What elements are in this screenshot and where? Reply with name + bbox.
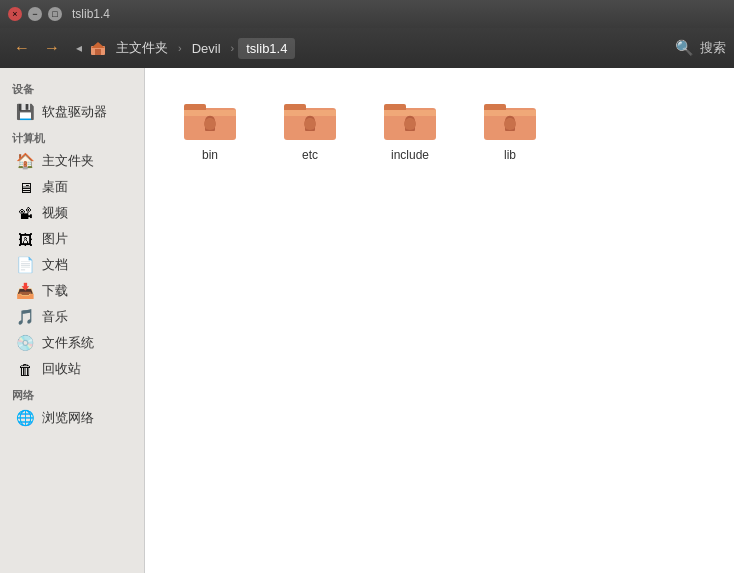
- file-name-bin: bin: [202, 148, 218, 162]
- pictures-icon: 🖼: [16, 230, 34, 248]
- folder-icon-lib: [482, 96, 538, 144]
- sidebar-item-music[interactable]: 🎵音乐: [4, 304, 140, 330]
- sidebar-item-label-music: 音乐: [42, 308, 68, 326]
- svg-rect-9: [284, 110, 336, 116]
- file-item-bin[interactable]: bin: [165, 88, 255, 170]
- file-item-etc[interactable]: etc: [265, 88, 355, 170]
- trash-icon: 🗑: [16, 360, 34, 378]
- sidebar-item-label-home: 主文件夹: [42, 152, 94, 170]
- file-item-lib[interactable]: lib: [465, 88, 555, 170]
- nav-buttons: ← →: [8, 37, 66, 59]
- file-area: binetcincludelib: [145, 68, 734, 573]
- svg-point-16: [404, 118, 416, 130]
- svg-rect-19: [484, 110, 536, 116]
- folder-icon-bin: [182, 96, 238, 144]
- file-name-lib: lib: [504, 148, 516, 162]
- svg-point-6: [204, 118, 216, 130]
- sidebar-item-label-video: 视频: [42, 204, 68, 222]
- sidebar-item-label-downloads: 下载: [42, 282, 68, 300]
- sidebar-item-label-pictures: 图片: [42, 230, 68, 248]
- sidebar-item-label-network: 浏览网络: [42, 409, 94, 427]
- svg-rect-14: [384, 110, 436, 116]
- search-label: 搜索: [700, 39, 726, 57]
- breadcrumb-area: ◂ 主文件夹 › Devil › tslib1.4: [72, 36, 669, 60]
- main-layout: 设备💾软盘驱动器计算机🏠主文件夹🖥桌面📽视频🖼图片📄文档📥下载🎵音乐💿文件系统🗑…: [0, 68, 734, 573]
- breadcrumb-sep-2: ›: [231, 42, 235, 54]
- file-name-etc: etc: [302, 148, 318, 162]
- search-area: 🔍 搜索: [675, 39, 726, 57]
- file-grid: binetcincludelib: [165, 88, 714, 170]
- home-icon: 🏠: [16, 152, 34, 170]
- video-icon: 📽: [16, 204, 34, 222]
- breadcrumb-item-home: 主文件夹: [90, 36, 174, 60]
- sidebar-item-video[interactable]: 📽视频: [4, 200, 140, 226]
- window-title: tslib1.4: [72, 7, 110, 21]
- desktop-icon: 🖥: [16, 178, 34, 196]
- sidebar-item-label-filesystem: 文件系统: [42, 334, 94, 352]
- folder-icon-etc: [282, 96, 338, 144]
- sidebar-item-floppy[interactable]: 💾软盘驱动器: [4, 99, 140, 125]
- maximize-button[interactable]: □: [48, 7, 62, 21]
- toolbar: ← → ◂ 主文件夹 › Devil › tslib1.4 🔍 搜索: [0, 28, 734, 68]
- sidebar: 设备💾软盘驱动器计算机🏠主文件夹🖥桌面📽视频🖼图片📄文档📥下载🎵音乐💿文件系统🗑…: [0, 68, 145, 573]
- file-name-include: include: [391, 148, 429, 162]
- downloads-icon: 📥: [16, 282, 34, 300]
- sidebar-item-label-documents: 文档: [42, 256, 68, 274]
- sidebar-item-home[interactable]: 🏠主文件夹: [4, 148, 140, 174]
- sidebar-section-label-网络: 网络: [0, 382, 144, 405]
- folder-icon-include: [382, 96, 438, 144]
- breadcrumb-current-label: tslib1.4: [238, 38, 295, 59]
- svg-rect-4: [184, 110, 236, 116]
- forward-button[interactable]: →: [38, 37, 66, 59]
- documents-icon: 📄: [16, 256, 34, 274]
- sidebar-item-label-desktop: 桌面: [42, 178, 68, 196]
- svg-rect-1: [95, 49, 101, 55]
- breadcrumb-toggle-button[interactable]: ◂: [72, 39, 86, 57]
- file-item-include[interactable]: include: [365, 88, 455, 170]
- window-controls: × − □: [8, 7, 62, 21]
- sidebar-item-pictures[interactable]: 🖼图片: [4, 226, 140, 252]
- sidebar-item-label-trash: 回收站: [42, 360, 81, 378]
- breadcrumb-sep-1: ›: [178, 42, 182, 54]
- sidebar-item-filesystem[interactable]: 💿文件系统: [4, 330, 140, 356]
- close-button[interactable]: ×: [8, 7, 22, 21]
- sidebar-item-downloads[interactable]: 📥下载: [4, 278, 140, 304]
- back-button[interactable]: ←: [8, 37, 36, 59]
- sidebar-item-label-floppy: 软盘驱动器: [42, 103, 107, 121]
- svg-point-21: [504, 118, 516, 130]
- titlebar: × − □ tslib1.4: [0, 0, 734, 28]
- svg-point-11: [304, 118, 316, 130]
- sidebar-section-label-设备: 设备: [0, 76, 144, 99]
- sidebar-item-desktop[interactable]: 🖥桌面: [4, 174, 140, 200]
- search-button[interactable]: 🔍: [675, 39, 694, 57]
- network-icon: 🌐: [16, 409, 34, 427]
- sidebar-section-label-计算机: 计算机: [0, 125, 144, 148]
- minimize-button[interactable]: −: [28, 7, 42, 21]
- floppy-icon: 💾: [16, 103, 34, 121]
- home-folder-icon: [90, 40, 106, 56]
- music-icon: 🎵: [16, 308, 34, 326]
- breadcrumb-devil-label[interactable]: Devil: [186, 38, 227, 59]
- sidebar-item-documents[interactable]: 📄文档: [4, 252, 140, 278]
- sidebar-item-network[interactable]: 🌐浏览网络: [4, 405, 140, 431]
- filesystem-icon: 💿: [16, 334, 34, 352]
- sidebar-item-trash[interactable]: 🗑回收站: [4, 356, 140, 382]
- breadcrumb-home-label[interactable]: 主文件夹: [110, 36, 174, 60]
